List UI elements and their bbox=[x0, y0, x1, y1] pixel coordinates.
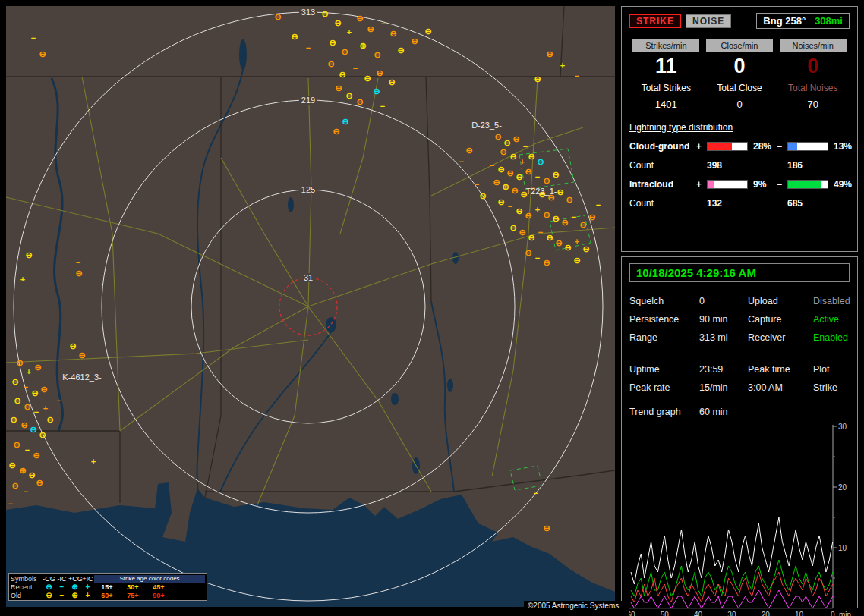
legend-col-ic-pos: +IC bbox=[81, 575, 94, 583]
age-code-60: 60+ bbox=[94, 592, 120, 599]
range-value: 313 mi bbox=[699, 332, 748, 343]
bearing-distance: 308mi bbox=[815, 15, 843, 27]
recent-ic-neg-icon: − bbox=[55, 583, 68, 591]
noise-indicator[interactable]: NOISE bbox=[686, 14, 731, 28]
storm-cell-label: D-23_5- bbox=[471, 121, 502, 130]
close-per-min-chip[interactable]: Close/min bbox=[706, 39, 773, 52]
bearing-value: Bng 258° bbox=[763, 15, 806, 27]
cg-count-label: Count bbox=[629, 160, 696, 171]
strikes-per-min-value: 11 bbox=[629, 55, 703, 78]
svg-text:30: 30 bbox=[838, 423, 847, 431]
svg-text:40: 40 bbox=[694, 611, 703, 616]
cloud-ground-count-row: Count 398 186 bbox=[629, 160, 850, 171]
svg-text:50: 50 bbox=[661, 611, 670, 616]
noises-per-min-chip[interactable]: Noises/min bbox=[780, 39, 847, 52]
age-code-75: 75+ bbox=[120, 592, 146, 599]
legend-recent-row: Recent ⊖ − ⊕ + 15+ 30+ 45+ bbox=[11, 583, 205, 591]
svg-text:10: 10 bbox=[795, 611, 804, 616]
capture-label: Capture bbox=[748, 314, 813, 325]
intracloud-count-row: Count 132 685 bbox=[629, 198, 850, 209]
total-close: Total Close 0 bbox=[703, 83, 777, 110]
legend-col-cg-neg: -CG bbox=[43, 575, 55, 583]
age-code-90: 90+ bbox=[146, 592, 172, 599]
upload-value: Disabled bbox=[813, 296, 850, 306]
bearing-readout: Bng 258° 308mi bbox=[756, 13, 850, 29]
plot-value: Strike bbox=[813, 382, 850, 393]
peak-time-label: Peak time bbox=[748, 364, 813, 375]
ring-label-313: 313 bbox=[299, 8, 317, 17]
total-noises-label: Total Noises bbox=[776, 83, 850, 93]
legend-old-row: Old ⊖ − ⊕ + 60+ 75+ 90+ bbox=[11, 591, 205, 599]
svg-text:20: 20 bbox=[762, 611, 771, 616]
total-noises-value: 70 bbox=[776, 99, 850, 110]
plus-sign: + bbox=[696, 179, 707, 190]
peak-rate-label: Peak rate bbox=[629, 382, 699, 393]
cg-neg-bar bbox=[787, 142, 828, 151]
old-ic-neg-icon: − bbox=[55, 592, 68, 599]
recent-cg-pos-icon: ⊕ bbox=[68, 583, 81, 591]
upload-label: Upload bbox=[748, 296, 813, 306]
squelch-value: 0 bbox=[699, 296, 748, 306]
total-close-value: 0 bbox=[703, 99, 777, 110]
legend-col-ic-neg: -IC bbox=[55, 575, 68, 583]
svg-text:10: 10 bbox=[838, 544, 847, 552]
trend-graph-label: Trend graph bbox=[629, 407, 699, 417]
cloud-ground-label: Cloud-ground bbox=[629, 141, 696, 152]
ic-neg-pct: 49% bbox=[830, 179, 852, 190]
recent-cg-neg-icon: ⊖ bbox=[43, 583, 55, 591]
capture-value: Active bbox=[813, 314, 850, 325]
storm-cell-label: K-4612_3- bbox=[62, 372, 101, 382]
indicator-row: STRIKE NOISE Bng 258° 308mi bbox=[629, 13, 850, 29]
cg-pos-pct: 28% bbox=[749, 141, 777, 152]
svg-text:20: 20 bbox=[838, 483, 847, 492]
old-cg-neg-icon: ⊖ bbox=[43, 592, 55, 599]
legend-recent-label: Recent bbox=[11, 583, 43, 591]
peak-time-value: 3:00 AM bbox=[748, 382, 813, 393]
trend-header: Trend graph 60 min bbox=[629, 407, 850, 417]
old-cg-pos-icon: ⊕ bbox=[68, 592, 81, 599]
recent-ic-pos-icon: + bbox=[81, 583, 94, 591]
rate-chip-row: Strikes/min Close/min Noises/min bbox=[629, 39, 850, 52]
age-code-15: 15+ bbox=[94, 583, 120, 591]
svg-text:30: 30 bbox=[727, 611, 736, 616]
strike-indicator[interactable]: STRIKE bbox=[629, 14, 681, 28]
datetime-display: 10/18/2025 4:29:16 AM bbox=[629, 263, 850, 282]
range-label: Range bbox=[629, 332, 699, 343]
lightning-map[interactable]: ⊖⊖⊖+⊖⊖−⊖⊖−⊖⊖⊕⊖⊖⊖⊖⊖⊖−⊖⊖⊖⊖⊖⊖⊖−⊖⊖⊖+−⊖⊖−⊖−⊖+… bbox=[6, 6, 615, 607]
storm-cell-label: T223_1- bbox=[526, 187, 557, 196]
total-noises: Total Noises 70 bbox=[776, 83, 850, 110]
age-code-30: 30+ bbox=[120, 583, 146, 591]
ic-count-label: Count bbox=[629, 198, 696, 209]
total-strikes-value: 1401 bbox=[629, 99, 703, 110]
intracloud-label: Intracloud bbox=[629, 179, 696, 190]
peak-rate-value: 15/min bbox=[699, 382, 748, 393]
cg-neg-pct: 13% bbox=[830, 141, 852, 152]
uptime-value: 23:59 bbox=[699, 364, 748, 375]
receiver-value: Enabled bbox=[813, 332, 850, 343]
totals-row: Total Strikes 1401 Total Close 0 Total N… bbox=[629, 83, 850, 110]
ring-label-125: 125 bbox=[299, 185, 317, 194]
total-strikes-label: Total Strikes bbox=[629, 83, 703, 93]
intracloud-row: Intracloud + 9% − 49% bbox=[629, 179, 850, 190]
age-code-45: 45+ bbox=[146, 583, 172, 591]
svg-text:min: min bbox=[839, 611, 851, 616]
cg-pos-bar bbox=[707, 142, 748, 151]
persistence-value: 90 min bbox=[699, 314, 748, 325]
ring-label-219: 219 bbox=[299, 96, 317, 105]
svg-text:0: 0 bbox=[831, 611, 835, 616]
ring-label-31: 31 bbox=[301, 273, 315, 282]
copyright-text: ©2005 Astrogenic Systems bbox=[524, 601, 623, 611]
cloud-ground-row: Cloud-ground + 28% − 13% bbox=[629, 141, 850, 152]
old-ic-pos-icon: + bbox=[81, 592, 94, 599]
minus-sign: − bbox=[777, 141, 787, 152]
rate-values-row: 11 0 0 bbox=[629, 55, 850, 78]
receiver-label: Receiver bbox=[748, 332, 813, 343]
strikes-per-min-chip[interactable]: Strikes/min bbox=[632, 39, 699, 52]
legend-age-title: Strike age color codes bbox=[94, 575, 205, 583]
trend-window-value: 60 min bbox=[699, 407, 748, 417]
plot-label: Plot bbox=[813, 364, 850, 375]
legend-symbols-title: Symbols bbox=[11, 575, 43, 583]
ic-pos-bar bbox=[707, 180, 748, 189]
legend-old-label: Old bbox=[11, 592, 43, 599]
strike-stats-panel: STRIKE NOISE Bng 258° 308mi Strikes/min … bbox=[621, 6, 858, 252]
